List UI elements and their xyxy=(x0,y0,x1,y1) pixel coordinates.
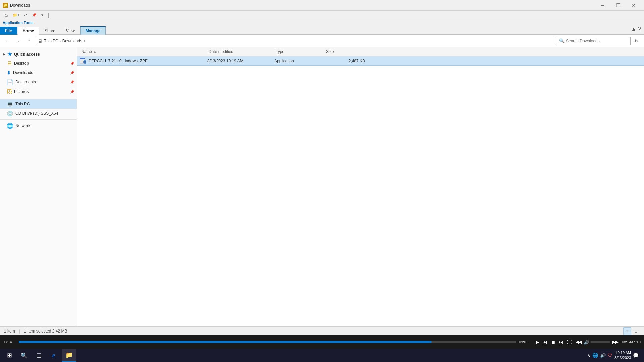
restore-button[interactable]: ❐ xyxy=(610,0,626,11)
media-controls: ▶ ⏮ ⏹ ⏭ ⛶ xyxy=(535,339,572,345)
search-input[interactable] xyxy=(566,39,628,43)
forward-button[interactable]: → xyxy=(13,36,23,46)
taskbar-ie-button[interactable]: e xyxy=(47,349,60,362)
table-row[interactable]: PERCCLI_7.211.0...indows_ZPE 8/13/2023 1… xyxy=(77,56,644,66)
col-header-date[interactable]: Date modified xyxy=(207,47,274,56)
tab-share[interactable]: Share xyxy=(40,27,60,35)
taskbar-search-icon: 🔍 xyxy=(21,352,28,359)
qat-properties[interactable]: 🗂 xyxy=(3,12,10,18)
tab-file[interactable]: File xyxy=(0,27,17,35)
new-folder-icon: 📁+ xyxy=(13,13,19,17)
sidebar-this-pc-label: This PC xyxy=(15,102,30,106)
address-home-icon: 🖥 xyxy=(38,38,43,44)
pin-icon-desktop: 📌 xyxy=(70,62,74,65)
col-header-type[interactable]: Type xyxy=(274,47,325,56)
address-arrow-1: › xyxy=(60,39,61,43)
media-vol-bar[interactable] xyxy=(590,341,610,343)
sidebar-cd-label: CD Drive (D:) SSS_X64 xyxy=(15,111,58,116)
column-headers: Name ▲ Date modified Type Size xyxy=(77,47,644,56)
media-next-button[interactable]: ⏭ xyxy=(558,339,564,345)
file-date-cell: 8/13/2023 10:19 AM xyxy=(207,59,274,63)
status-bar: 1 item | 1 item selected 2.42 MB ≡ ⊞ xyxy=(0,326,644,335)
media-fullscreen-button[interactable]: ⛶ xyxy=(566,339,572,345)
quick-access-toolbar: 🗂 📁+ ↩ 📌 ▾ | xyxy=(0,11,644,20)
star-icon: ★ xyxy=(7,51,12,57)
this-pc-icon: 💻 xyxy=(7,101,13,107)
qat-undo[interactable]: ↩ xyxy=(22,12,29,18)
search-box[interactable]: 🔍 xyxy=(557,37,631,45)
taskbar-speaker-icon[interactable]: 🔊 xyxy=(600,353,606,358)
media-stop-button[interactable]: ⏹ xyxy=(550,339,556,345)
col-header-size[interactable]: Size xyxy=(325,47,365,56)
cd-drive-icon: 💿 xyxy=(7,110,13,117)
svg-rect-1 xyxy=(80,58,85,59)
taskbar-network-icon[interactable]: 🌐 xyxy=(592,353,598,358)
up-button[interactable]: ↑ xyxy=(24,36,34,46)
quick-access-chevron: ▶ xyxy=(3,52,5,56)
tab-manage[interactable]: Manage xyxy=(80,26,106,35)
tab-home[interactable]: Home xyxy=(18,27,39,35)
file-name: PERCCLI_7.211.0...indows_ZPE xyxy=(89,59,148,63)
file-type-cell: Application xyxy=(274,59,325,63)
view-toggle: ≡ ⊞ xyxy=(623,327,640,335)
desktop-folder-icon: 🖥 xyxy=(7,60,12,66)
tab-view[interactable]: View xyxy=(61,27,80,35)
qat-dropdown[interactable]: ▾ xyxy=(40,12,45,18)
quick-access-label: Quick access xyxy=(14,52,40,57)
media-play-button[interactable]: ▶ xyxy=(535,339,540,345)
taskbar-right: ∧ 🌐 🔊 🛡 10:19 AM 8/13/2023 💬 xyxy=(587,350,641,361)
qat-new-folder[interactable]: 📁+ xyxy=(11,12,21,18)
taskbar-search-button[interactable]: 🔍 xyxy=(17,349,31,362)
sidebar-network-label: Network xyxy=(15,123,30,128)
taskbar-defender-icon: 🛡 xyxy=(608,353,612,358)
sidebar-item-this-pc[interactable]: 💻 This PC xyxy=(0,99,77,109)
taskbar-action-center[interactable]: 💬 xyxy=(633,353,639,358)
ribbon-help[interactable]: ? xyxy=(638,26,641,33)
ribbon-collapse[interactable]: ▲ xyxy=(631,26,637,33)
sidebar-item-pictures[interactable]: 🖼 Pictures 📌 xyxy=(0,87,77,96)
qat-pin[interactable]: 📌 xyxy=(30,12,38,18)
sidebar-item-cd-drive[interactable]: 💿 CD Drive (D:) SSS_X64 xyxy=(0,109,77,118)
close-button[interactable]: ✕ xyxy=(626,0,641,11)
title-bar: 📁 Downloads ─ ❐ ✕ xyxy=(0,0,644,11)
pin-icon-documents: 📌 xyxy=(70,80,74,84)
address-path[interactable]: 🖥 This PC › Downloads ▾ xyxy=(35,37,555,45)
documents-folder-icon: 📄 xyxy=(7,79,13,85)
media-forward-button[interactable]: ▶▶ xyxy=(612,339,619,345)
sidebar-item-downloads[interactable]: ⬇ Downloads 📌 xyxy=(0,68,77,77)
media-prev-button[interactable]: ⏮ xyxy=(542,339,548,345)
title-bar-controls: ─ ❐ ✕ xyxy=(595,0,641,11)
view-details-button[interactable]: ≡ xyxy=(623,327,631,335)
taskbar-date: 8/13/2023 xyxy=(614,355,631,360)
window-title: Downloads xyxy=(10,3,30,8)
taskbar-time: 10:19 AM xyxy=(614,350,631,355)
sidebar-section-quick-access[interactable]: ▶ ★ Quick access xyxy=(0,50,77,59)
sidebar-item-documents[interactable]: 📄 Documents 📌 xyxy=(0,77,77,87)
media-progress-bar[interactable] xyxy=(19,341,516,343)
media-start-time: 08:14 xyxy=(3,340,16,344)
address-chevron[interactable]: ▾ xyxy=(84,39,86,43)
taskbar-explorer-button[interactable]: 📁 xyxy=(62,349,76,362)
media-volume: ◀◀ 🔊 ▶▶ xyxy=(575,339,619,345)
taskbar-chevron[interactable]: ∧ xyxy=(587,353,590,358)
downloads-folder-icon: ⬇ xyxy=(7,70,11,76)
address-this-pc: This PC xyxy=(44,39,58,43)
selected-info: 1 item selected 2.42 MB xyxy=(24,329,67,334)
taskbar-clock[interactable]: 10:19 AM 8/13/2023 xyxy=(614,350,631,361)
col-header-name[interactable]: Name ▲ xyxy=(80,47,207,56)
sidebar: ▶ ★ Quick access 🖥 Desktop 📌 ⬇ Downloads… xyxy=(0,47,77,326)
minimize-button[interactable]: ─ xyxy=(595,0,610,11)
back-button[interactable]: ← xyxy=(3,36,12,46)
pin-icon-pictures: 📌 xyxy=(70,90,74,94)
ie-icon: e xyxy=(52,352,55,359)
refresh-button[interactable]: ↻ xyxy=(632,36,641,46)
media-rewind-button[interactable]: ◀◀ xyxy=(575,339,582,345)
start-button[interactable]: ⊞ xyxy=(3,349,16,362)
taskbar-task-view[interactable]: ❑ xyxy=(32,349,46,362)
media-end-time: 09:01 xyxy=(519,340,532,344)
media-bar: 08:14 09:01 ▶ ⏮ ⏹ ⏭ ⛶ ◀◀ 🔊 ▶▶ 08:14/09:0… xyxy=(0,335,644,349)
sidebar-item-network[interactable]: 🌐 Network xyxy=(0,121,77,130)
sidebar-item-desktop[interactable]: 🖥 Desktop 📌 xyxy=(0,59,77,68)
file-list: PERCCLI_7.211.0...indows_ZPE 8/13/2023 1… xyxy=(77,56,644,326)
view-tiles-button[interactable]: ⊞ xyxy=(632,327,640,335)
